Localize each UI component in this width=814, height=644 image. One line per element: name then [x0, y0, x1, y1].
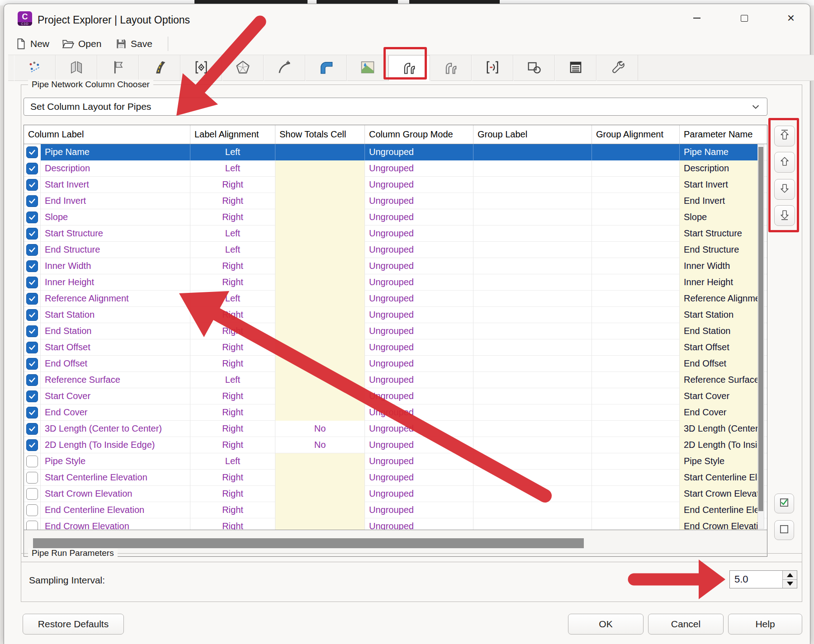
cell-group-label [473, 518, 592, 530]
table-row[interactable]: Start StationRightUngroupedStart Station [24, 307, 767, 323]
move-to-bottom-button[interactable] [774, 205, 795, 226]
row-checkbox-checked[interactable] [26, 228, 38, 240]
vertical-scrollbar-thumb[interactable] [758, 147, 763, 511]
row-checkbox-checked[interactable] [26, 163, 38, 174]
tab-wrench[interactable] [596, 55, 638, 81]
row-checkbox-checked[interactable] [26, 423, 38, 435]
move-down-button[interactable] [774, 179, 795, 200]
table-row[interactable]: Start StructureLeftUngroupedStart Struct… [24, 226, 767, 242]
row-checkbox-cell [24, 209, 41, 226]
tab-table-list[interactable] [555, 55, 596, 81]
row-checkbox-checked[interactable] [26, 260, 38, 272]
row-checkbox-checked[interactable] [26, 439, 38, 451]
row-checkbox-unchecked[interactable] [26, 472, 38, 484]
row-checkbox-checked[interactable] [26, 407, 38, 418]
check-all-button[interactable] [774, 494, 794, 513]
table-row[interactable]: Start CoverRightUngroupedStart Cover [24, 388, 767, 404]
table-row[interactable]: Pipe NameLeftUngroupedPipe Name [24, 144, 767, 160]
row-checkbox-checked[interactable] [26, 179, 38, 191]
spinner-down-button[interactable] [783, 579, 797, 588]
row-checkbox-unchecked[interactable] [26, 521, 38, 530]
cell-label-alignment: Left [190, 226, 275, 242]
table-row[interactable]: End CoverRightUngroupedEnd Cover [24, 404, 767, 421]
table-row[interactable]: End InvertRightUngroupedEnd Invert [24, 193, 767, 209]
table-row[interactable]: End Crown ElevationRightUngroupedEnd Cro… [24, 518, 767, 530]
row-checkbox-checked[interactable] [26, 374, 38, 386]
cell-column-group-mode: Ungrouped [365, 518, 473, 530]
cell-parameter-name: End Invert [680, 193, 757, 209]
new-button[interactable]: New [15, 36, 49, 52]
row-checkbox-unchecked[interactable] [26, 504, 38, 516]
maximize-button[interactable] [734, 9, 755, 28]
row-checkbox-checked[interactable] [26, 390, 38, 402]
row-checkbox-checked[interactable] [26, 277, 38, 288]
row-checkbox-checked[interactable] [26, 212, 38, 223]
table-row[interactable]: Start Crown ElevationRightUngroupedStart… [24, 486, 767, 502]
table-row[interactable]: SlopeRightUngroupedSlope [24, 209, 767, 226]
move-up-button[interactable] [774, 152, 795, 173]
table-row[interactable]: Pipe StyleLeftUngroupedPipe Style [24, 453, 767, 470]
tab-corridor[interactable] [139, 55, 180, 81]
sampling-interval-spinner[interactable]: 5.0 [729, 570, 797, 588]
restore-defaults-button[interactable]: Restore Defaults [23, 614, 124, 635]
row-checkbox-checked[interactable] [26, 358, 38, 370]
cell-column-group-mode: Ungrouped [365, 453, 473, 470]
tab-sample-line[interactable] [513, 55, 555, 81]
tab-surfaces[interactable] [56, 55, 97, 81]
cell-group-label [473, 486, 592, 502]
tab-pipe-bend[interactable] [305, 55, 347, 81]
row-checkbox-checked[interactable] [26, 293, 38, 305]
table-row[interactable]: Start Centerline ElevationRightUngrouped… [24, 470, 767, 486]
tab-catchment-image[interactable] [347, 55, 388, 81]
row-checkbox-checked[interactable] [26, 195, 38, 207]
spinner-up-button[interactable] [783, 571, 797, 579]
table-row[interactable]: DescriptionLeftUngroupedDescription [24, 160, 767, 177]
tab-pipe-network[interactable] [388, 55, 430, 81]
cell-group-alignment [592, 356, 680, 372]
vertical-scrollbar[interactable] [757, 145, 764, 529]
horizontal-scrollbar[interactable] [24, 530, 767, 556]
table-row[interactable]: End Centerline ElevationRightUngroupedEn… [24, 502, 767, 518]
table-row[interactable]: Reference AlignmentLeftUngroupedReferenc… [24, 291, 767, 307]
table-row[interactable]: End OffsetRightUngroupedEnd Offset [24, 356, 767, 372]
ok-button[interactable]: OK [568, 614, 644, 635]
tab-parcel-pentagon[interactable] [222, 55, 264, 81]
row-checkbox-checked[interactable] [26, 325, 38, 337]
row-checkbox-unchecked[interactable] [26, 456, 38, 467]
cell-group-alignment [592, 258, 680, 274]
table-row[interactable]: Start InvertRightUngroupedStart Invert [24, 177, 767, 193]
tab-profile-flag[interactable] [97, 55, 139, 81]
cell-show-totals [275, 307, 365, 323]
row-checkbox-checked[interactable] [26, 342, 38, 353]
close-button[interactable]: × [780, 9, 802, 28]
tab-points[interactable] [14, 55, 56, 81]
table-row[interactable]: Inner HeightRightUngroupedInner Height [24, 274, 767, 291]
row-checkbox-checked[interactable] [26, 244, 38, 256]
tab-alignment-curve[interactable] [264, 55, 305, 81]
uncheck-all-button[interactable] [774, 520, 794, 540]
cell-column-group-mode: Ungrouped [365, 242, 473, 258]
tab-section-view[interactable] [472, 55, 513, 81]
row-checkbox-checked[interactable] [26, 309, 38, 321]
horizontal-scrollbar-thumb[interactable] [33, 538, 584, 548]
table-row[interactable]: Start OffsetRightUngroupedStart Offset [24, 339, 767, 356]
table-row[interactable]: Inner WidthRightUngroupedInner Width [24, 258, 767, 274]
cancel-button[interactable]: Cancel [648, 614, 724, 635]
table-row[interactable]: 2D Length (To Inside Edge)RightNoUngroup… [24, 437, 767, 453]
minimize-button[interactable] [686, 9, 708, 28]
save-button[interactable]: Save [115, 36, 152, 52]
open-button[interactable]: Open [62, 36, 101, 52]
table-row[interactable]: 3D Length (Center to Center)RightNoUngro… [24, 421, 767, 437]
tab-pressure-pipe[interactable] [430, 55, 472, 81]
row-checkbox-checked[interactable] [26, 146, 38, 158]
table-row[interactable]: End StationRightUngroupedEnd Station [24, 323, 767, 339]
layout-dropdown[interactable]: Set Column Layout for Pipes [24, 98, 767, 116]
cell-column-group-mode: Ungrouped [365, 372, 473, 388]
move-to-top-button[interactable] [774, 126, 795, 146]
table-row[interactable]: End StructureLeftUngroupedEnd Structure [24, 242, 767, 258]
help-button[interactable]: Help [728, 614, 802, 635]
row-checkbox-unchecked[interactable] [26, 488, 38, 500]
cell-group-alignment [592, 372, 680, 388]
tab-assembly-brackets[interactable] [180, 55, 222, 81]
table-row[interactable]: Reference SurfaceLeftUngroupedReference … [24, 372, 767, 388]
